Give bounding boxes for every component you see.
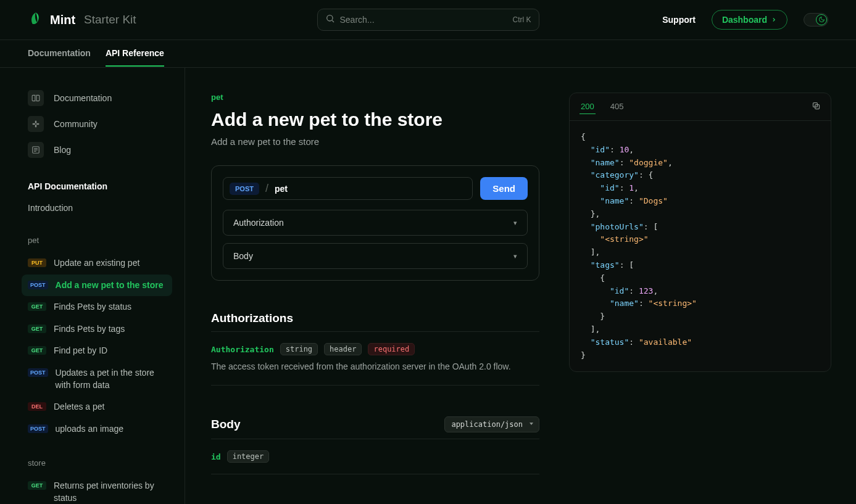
response-tab-405[interactable]: 405 <box>609 99 625 114</box>
method-badge: POST <box>28 368 48 377</box>
nav-tab-api-reference[interactable]: API Reference <box>106 41 164 67</box>
search-kbd: Ctrl K <box>513 15 531 24</box>
endpoint-path: pet <box>275 184 288 194</box>
response-json: { "id": 10, "name": "doggie", "category"… <box>570 121 831 371</box>
chevron-down-icon: ▾ <box>513 252 517 260</box>
section-heading-auth: Authorizations <box>211 312 539 332</box>
send-button[interactable]: Send <box>480 177 528 200</box>
brand-name: Mint <box>50 13 75 27</box>
response-tab-200[interactable]: 200 <box>580 99 596 114</box>
svg-rect-5 <box>35 125 36 127</box>
sidebar: DocumentationCommunityBlog API Documenta… <box>0 68 185 504</box>
param-type: integer <box>227 450 270 463</box>
theme-toggle[interactable] <box>804 13 828 27</box>
svg-rect-4 <box>35 121 36 123</box>
brand-sub: Starter Kit <box>84 13 136 27</box>
method-badge: DEL <box>28 402 46 411</box>
param-type: string <box>280 343 318 355</box>
chevron-right-icon <box>771 15 777 25</box>
page-subtitle: Add a new pet to the store <box>211 136 539 147</box>
param-in: header <box>324 343 362 355</box>
sidebar-api-finds-pets-by-status[interactable]: GETFinds Pets by status <box>22 296 172 318</box>
sidebar-api-deletes-a-pet[interactable]: DELDeletes a pet <box>22 396 172 418</box>
method-badge: GET <box>28 346 46 355</box>
copy-icon[interactable] <box>812 101 821 113</box>
sidebar-api-add-a-new-pet-to-the-store[interactable]: POSTAdd a new pet to the store <box>22 275 172 297</box>
page-title: Add a new pet to the store <box>211 109 539 130</box>
sidebar-item-introduction[interactable]: Introduction <box>28 199 172 217</box>
param-name-id: id <box>211 452 221 461</box>
sidebar-category-store[interactable]: store <box>28 458 172 468</box>
sidebar-api-find-pet-by-id[interactable]: GETFind pet by ID <box>22 340 172 362</box>
navbar: DocumentationAPI Reference <box>0 40 856 68</box>
blog-icon <box>28 142 44 158</box>
sidebar-category-pet[interactable]: pet <box>28 236 172 245</box>
logo-icon <box>28 10 44 29</box>
community-icon <box>28 116 44 132</box>
documentation-icon <box>28 90 44 106</box>
path-separator: / <box>265 182 268 195</box>
svg-line-1 <box>332 20 334 22</box>
nav-tab-documentation[interactable]: Documentation <box>28 41 91 67</box>
section-heading-body: Body <box>211 418 241 431</box>
svg-point-0 <box>326 15 332 21</box>
search-icon <box>325 14 335 26</box>
sidebar-link-documentation[interactable]: Documentation <box>28 85 172 111</box>
breadcrumb: pet <box>211 93 539 102</box>
method-badge: GET <box>28 324 46 333</box>
content-type-select[interactable]: application/json <box>444 416 539 432</box>
search-box[interactable]: Ctrl K <box>317 9 539 31</box>
brand[interactable]: Mint Starter Kit <box>28 10 136 29</box>
dashboard-button[interactable]: Dashboard <box>712 10 787 30</box>
sidebar-api-finds-pets-by-tags[interactable]: GETFinds Pets by tags <box>22 318 172 341</box>
sidebar-heading-api: API Documentation <box>28 181 172 191</box>
method-badge: PUT <box>28 258 46 267</box>
param-required: required <box>368 343 415 355</box>
method-badge: POST <box>28 424 48 433</box>
response-tabs: 200405 <box>570 93 831 121</box>
endpoint-bar[interactable]: POST / pet <box>223 177 473 200</box>
collapse-body[interactable]: Body ▾ <box>223 243 528 269</box>
support-link[interactable]: Support <box>662 15 696 25</box>
svg-rect-3 <box>36 123 39 125</box>
method-badge: GET <box>28 302 46 311</box>
sidebar-link-blog[interactable]: Blog <box>28 137 172 163</box>
param-name-authorization: Authorization <box>211 345 274 354</box>
response-panel: 200405 { "id": 10, "name": "doggie", "ca… <box>569 93 831 372</box>
param-description: The access token received from the autho… <box>211 361 539 386</box>
api-playground: POST / pet Send Authorization ▾ Body ▾ <box>211 165 539 281</box>
sidebar-link-community[interactable]: Community <box>28 111 172 137</box>
method-badge: POST <box>28 281 48 289</box>
chevron-down-icon: ▾ <box>513 219 517 227</box>
search-input[interactable] <box>340 15 513 25</box>
sidebar-api-update-an-existing-pet[interactable]: PUTUpdate an existing pet <box>22 252 172 275</box>
topbar: Mint Starter Kit Ctrl K Support Dashboar… <box>0 0 856 40</box>
sidebar-api-updates-a-pet-in-the-store-with-form-data[interactable]: POSTUpdates a pet in the store with form… <box>22 362 172 396</box>
svg-rect-2 <box>33 123 35 125</box>
sidebar-api-uploads-an-image[interactable]: POSTuploads an image <box>22 418 172 440</box>
moon-icon <box>818 14 825 25</box>
sidebar-api-returns-pet-inventories-by-status[interactable]: GETReturns pet inventories by status <box>22 475 172 504</box>
method-badge: POST <box>230 183 259 195</box>
collapse-authorization[interactable]: Authorization ▾ <box>223 210 528 236</box>
method-badge: GET <box>28 481 46 490</box>
